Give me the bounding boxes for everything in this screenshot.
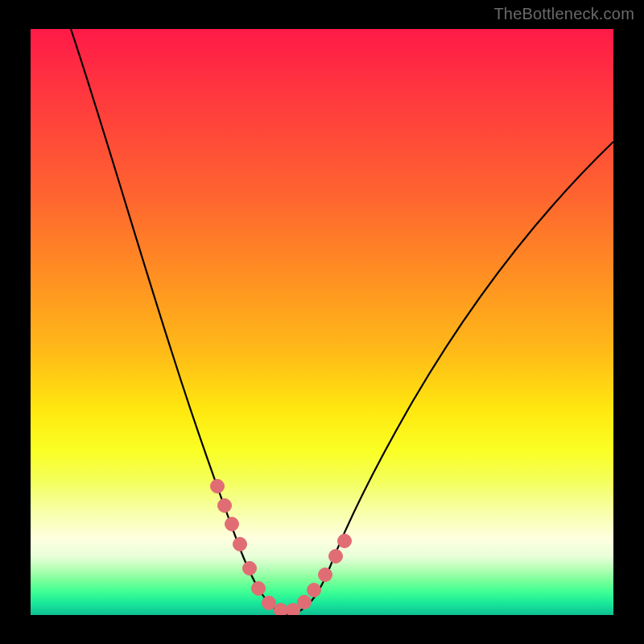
chart-frame: TheBottleneck.com: [0, 0, 644, 644]
curve-layer: [31, 29, 613, 615]
plot-area: [31, 29, 613, 615]
svg-point-12: [329, 550, 343, 564]
bottleneck-curve: [71, 29, 613, 614]
svg-point-3: [233, 538, 247, 551]
svg-point-9: [298, 596, 312, 609]
svg-point-6: [262, 597, 276, 610]
svg-point-4: [243, 562, 257, 576]
svg-point-2: [225, 518, 239, 531]
svg-point-5: [252, 582, 266, 596]
watermark-text: TheBottleneck.com: [493, 5, 634, 23]
svg-point-13: [338, 535, 352, 548]
svg-point-1: [218, 499, 232, 513]
svg-point-10: [308, 584, 321, 597]
highlight-dots: [211, 480, 352, 616]
svg-point-11: [319, 568, 332, 582]
svg-point-7: [275, 604, 288, 616]
svg-point-0: [211, 480, 225, 493]
